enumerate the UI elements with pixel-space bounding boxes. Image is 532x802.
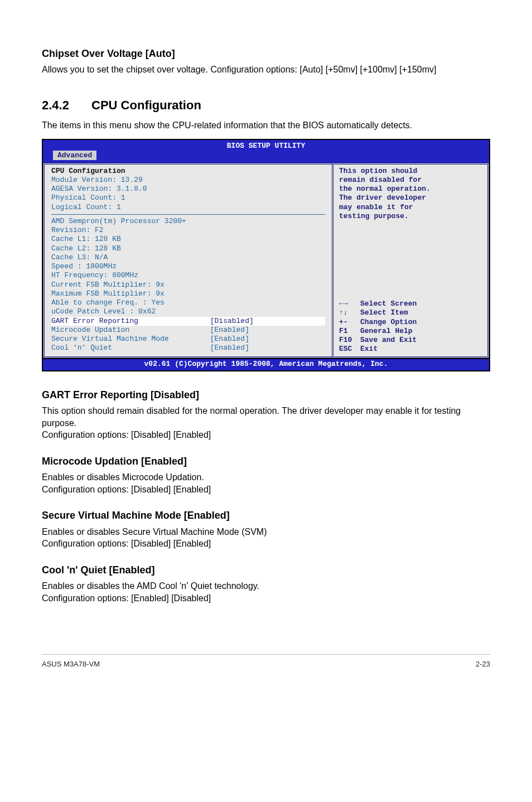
bios-cpu-line: HT Frequency: 800MHz <box>51 271 325 280</box>
bios-title: BIOS SETUP UTILITY <box>42 139 490 151</box>
bios-key-text: Save and Exit <box>360 336 417 345</box>
bios-cpu-line: Cache L1: 128 KB <box>51 235 325 244</box>
page-footer: ASUS M3A78-VM 2-23 <box>42 654 490 669</box>
svm-heading: Secure Virtual Machine Mode [Enabled] <box>42 509 490 522</box>
bios-key: ←→ <box>339 299 360 308</box>
microcode-desc: Enables or disables Microcode Updation. … <box>42 471 490 495</box>
bios-opt-label: Secure Virtual Machine Mode <box>51 335 210 344</box>
cnq-heading: Cool 'n' Quiet [Enabled] <box>42 563 490 577</box>
bios-cpu-line: Revision: F2 <box>51 226 325 235</box>
section-heading: 2.4.2 CPU Configuration <box>42 97 490 114</box>
bios-cpu-line: Speed : 1800MHz <box>51 262 325 271</box>
section-intro: The items in this menu show the CPU-rela… <box>42 119 490 132</box>
bios-screenshot: BIOS SETUP UTILITY Advanced CPU Configur… <box>42 139 490 371</box>
bios-help-text: This option should remain disabled for t… <box>339 167 482 221</box>
bios-key: F10 <box>339 336 360 345</box>
bios-key-text: General Help <box>360 327 413 336</box>
bios-cpu-line: Maximum FSB Multiplier: 9x <box>51 289 325 298</box>
section-number: 2.4.2 <box>42 97 69 114</box>
bios-footer: v02.61 (C)Copyright 1985-2008, American … <box>42 359 490 371</box>
bios-opt-value: [Enabled] <box>210 335 325 344</box>
bios-info-line: Physical Count: 1 <box>51 194 325 202</box>
bios-opt-value: [Enabled] <box>210 326 325 335</box>
bios-info-line: Logical Count: 1 <box>51 203 325 212</box>
bios-right-pane: This option should remain disabled for t… <box>332 163 489 358</box>
gart-heading: GART Error Reporting [Disabled] <box>42 388 490 402</box>
svm-desc-line: Configuration options: [Disabled] [Enabl… <box>42 539 211 548</box>
bios-cpu-line: AMD Sempron(tm) Processor 3200+ <box>51 217 325 226</box>
bios-key: ESC <box>339 345 360 354</box>
bios-key: +- <box>339 318 360 327</box>
bios-opt-value: [Enabled] <box>210 344 325 352</box>
bios-opt-microcode: Microcode Updation [Enabled] <box>51 326 325 335</box>
svm-desc: Enables or disables Secure Virtual Machi… <box>42 526 490 550</box>
gart-desc: This option should remain disabled for t… <box>42 405 490 441</box>
chipset-heading: Chipset Over Voltage [Auto] <box>42 47 490 60</box>
bios-cpu-line: Cache L3: N/A <box>51 253 325 262</box>
bios-cpu-line: Current FSB Multiplier: 9x <box>51 281 325 289</box>
section-title: CPU Configuration <box>91 98 201 112</box>
bios-opt-label: GART Error Reporting <box>51 317 210 326</box>
footer-page-number: 2-23 <box>476 659 490 669</box>
bios-key: ↑↓ <box>339 308 360 317</box>
gart-desc-line: Configuration options: [Disabled] [Enabl… <box>42 430 211 439</box>
chipset-desc: Allows you to set the chipset over volta… <box>42 64 490 76</box>
bios-left-pane: CPU Configuration Module Version: 13.29 … <box>43 163 332 358</box>
cnq-desc: Enables or disables the AMD Cool 'n' Qui… <box>42 580 490 604</box>
bios-cpu-config-header: CPU Configuration <box>51 167 325 176</box>
bios-cpu-line: uCode Patch Level : 0x62 <box>51 307 325 316</box>
bios-cpu-line: Cache L2: 128 KB <box>51 244 325 253</box>
bios-key-help: ←→Select Screen ↑↓Select Item +-Change O… <box>339 299 482 354</box>
microcode-desc-line: Enables or disables Microcode Updation. <box>42 472 204 482</box>
bios-info-line: Module Version: 13.29 <box>51 176 325 185</box>
bios-opt-cnq: Cool 'n' Quiet [Enabled] <box>51 344 325 352</box>
bios-tabs: Advanced <box>42 151 490 162</box>
cnq-desc-line: Enables or disables the AMD Cool 'n' Qui… <box>42 581 259 591</box>
bios-opt-gart: GART Error Reporting [Disabled] <box>51 317 325 326</box>
svm-desc-line: Enables or disables Secure Virtual Machi… <box>42 527 267 537</box>
bios-key: F1 <box>339 327 360 336</box>
bios-opt-label: Cool 'n' Quiet <box>51 344 210 352</box>
bios-key-text: Exit <box>360 345 378 354</box>
footer-product: ASUS M3A78-VM <box>42 659 100 669</box>
bios-opt-label: Microcode Updation <box>51 326 210 335</box>
gart-desc-line: This option should remain disabled for t… <box>42 406 461 428</box>
bios-info-line: AGESA Version: 3.1.8.0 <box>51 185 325 194</box>
bios-cpu-line: Able to change Freq. : Yes <box>51 298 325 307</box>
bios-opt-value: [Disabled] <box>210 317 325 326</box>
microcode-desc-line: Configuration options: [Disabled] [Enabl… <box>42 485 211 494</box>
bios-key-text: Select Screen <box>360 299 417 308</box>
bios-key-text: Change Option <box>360 318 417 327</box>
cnq-desc-line: Configuration options: [Enabled] [Disabl… <box>42 593 211 603</box>
microcode-heading: Microcode Updation [Enabled] <box>42 455 490 468</box>
bios-tab-advanced: Advanced <box>53 151 96 160</box>
bios-key-text: Select Item <box>360 308 408 317</box>
bios-opt-svm: Secure Virtual Machine Mode [Enabled] <box>51 335 325 344</box>
